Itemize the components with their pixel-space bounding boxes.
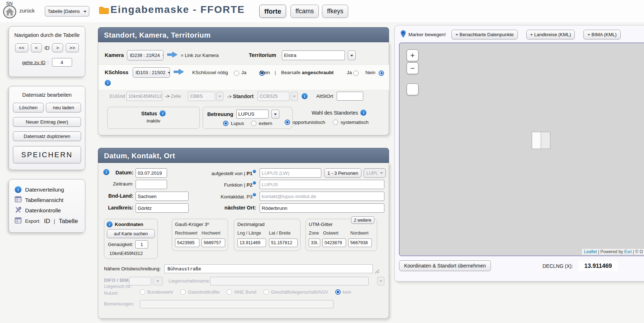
- info-sup-icon[interactable]: [253, 181, 256, 184]
- chevron-down-icon: [350, 55, 353, 58]
- map-canvas[interactable]: + − Leaflet | Powered by Esri | © O: [399, 43, 644, 256]
- zoom-out-button[interactable]: −: [407, 62, 418, 74]
- save-button[interactable]: SPEICHERN: [13, 146, 81, 163]
- nav-first-button[interactable]: <<: [15, 43, 28, 52]
- zone-header: Zone: [309, 231, 319, 236]
- hochwert-input[interactable]: [202, 238, 225, 247]
- leaflet-link[interactable]: Leaflet: [584, 249, 597, 254]
- betreuung-extern-radio[interactable]: [251, 121, 256, 126]
- ostwert-input[interactable]: [322, 238, 346, 247]
- export-id-link[interactable]: ID: [44, 218, 50, 225]
- section-standort: Standort, Kamera, Territorium Kamera ID2…: [98, 27, 389, 135]
- info-sup-icon[interactable]: [253, 193, 256, 196]
- bima-button[interactable]: + BIMA (KML): [583, 30, 620, 39]
- ort-input[interactable]: [260, 203, 384, 213]
- nordwert-input[interactable]: [348, 238, 372, 247]
- map-marker-placeholder[interactable]: [532, 132, 541, 149]
- p3-input[interactable]: [260, 192, 384, 201]
- personen-button[interactable]: 1 - 3 Personen: [324, 168, 361, 178]
- zoom-in-button[interactable]: +: [407, 49, 418, 61]
- nav-last-button[interactable]: >>: [66, 43, 79, 52]
- status-info-icon[interactable]: i: [160, 110, 166, 116]
- betreuung-input[interactable]: [236, 110, 269, 119]
- karte-suchen-button[interactable]: auf Karte suchen: [107, 229, 155, 238]
- apply-coordinates-button[interactable]: Koordinaten & Standort übernehmen: [399, 260, 491, 271]
- p1-input[interactable]: [260, 168, 321, 178]
- nav-next-button[interactable]: >: [52, 43, 63, 52]
- kschloss-select[interactable]: ID103 : 21S02: [133, 67, 170, 78]
- link-datenkontrolle[interactable]: Datenkontrolle: [15, 205, 85, 216]
- p3-label: Kontaktdat. P3: [184, 193, 256, 199]
- tab-ffcams[interactable]: ffcams: [290, 5, 319, 18]
- esri-link[interactable]: Esri: [624, 249, 632, 254]
- nav-prev-button[interactable]: <: [31, 43, 42, 52]
- link-arrow-icon: [167, 51, 178, 60]
- wahl-info-icon[interactable]: i: [360, 110, 366, 116]
- top-bar: SN zurück Tabelle [Datens Eingabemaske -…: [0, 0, 644, 22]
- p1-label: aufgestellt von | P1: [184, 170, 256, 176]
- betreuung-extern-label: extern: [259, 121, 273, 126]
- altstort-input[interactable]: [337, 92, 363, 101]
- ortsbeschreibung-textarea[interactable]: Bühnaustraße: [164, 264, 373, 273]
- section-datum: Datum, Kontakt, Ort i Datum: aufgestellt…: [98, 148, 389, 319]
- home-button[interactable]: [3, 5, 16, 20]
- altstort-label: AltStOrt: [316, 93, 333, 99]
- lat-input[interactable]: [269, 238, 298, 247]
- nutzer-bundeswehr-radio[interactable]: [140, 289, 145, 295]
- new-entry-button[interactable]: Neuer Eintrag (leer): [13, 117, 81, 127]
- goto-id-link[interactable]: gehe zu ID: [22, 60, 45, 65]
- lng-input[interactable]: [237, 238, 266, 247]
- section-standort-header: Standort, Kamera, Territorium: [98, 27, 389, 42]
- nutzer-gaststreitkraefte-radio[interactable]: [180, 289, 186, 295]
- gauss-krueger-title: Gauß-Krüger 3º: [175, 222, 228, 227]
- wahl-systematisch-radio[interactable]: [333, 120, 338, 125]
- wahl-opportunistisch-radio[interactable]: [285, 120, 290, 125]
- kamera-select[interactable]: ID239 : 21R24: [127, 50, 164, 61]
- resize-grip-icon[interactable]: [374, 269, 379, 273]
- zeitraum-input[interactable]: [136, 180, 167, 189]
- info-sup-icon[interactable]: [253, 170, 256, 173]
- map-extra-control-button[interactable]: [407, 83, 418, 95]
- goto-id-input[interactable]: [52, 58, 72, 67]
- landkreis-input[interactable]: [136, 203, 189, 213]
- map-marker-placeholder[interactable]: [541, 132, 550, 149]
- landkreise-button[interactable]: + Landkreise (KML): [526, 30, 575, 39]
- zone-input[interactable]: [309, 238, 320, 247]
- eugrid-info-icon[interactable]: i: [302, 93, 308, 99]
- nutzer-kein-radio[interactable]: [335, 289, 341, 295]
- betreuung-lupus-radio[interactable]: [223, 121, 228, 126]
- export-table-link[interactable]: Tabelle: [59, 218, 78, 225]
- nutzer-geschaeftsliegenschaft-radio[interactable]: [264, 289, 269, 295]
- p2-input[interactable]: [260, 180, 384, 189]
- datenpunkte-button[interactable]: + Benachbarte Datenpunkte: [451, 30, 517, 39]
- betreuung-select-button[interactable]: [271, 110, 279, 119]
- kschloss-info-icon[interactable]: i: [105, 80, 111, 86]
- duplicate-button[interactable]: Datensatz duplizieren: [13, 131, 81, 141]
- link-tabellenansicht[interactable]: Tabellenansicht: [15, 195, 85, 205]
- link-datenverteilung[interactable]: i Datenverteilung: [15, 184, 85, 195]
- reload-button[interactable]: neu laden: [46, 103, 81, 112]
- more-coords-button[interactable]: 2 weitere: [351, 216, 374, 224]
- genauigkeit-input[interactable]: [135, 240, 148, 249]
- bemerkungen-input: [140, 300, 333, 308]
- liegenschaftsname-input: [210, 277, 369, 285]
- territorium-input[interactable]: [282, 50, 345, 60]
- tab-ffkeys[interactable]: ffkeys: [322, 5, 348, 18]
- back-link[interactable]: zurück: [19, 8, 35, 14]
- chevron-down-icon: [84, 11, 86, 14]
- nutzer-nne-bund-radio[interactable]: [227, 289, 232, 295]
- territorium-select-button[interactable]: [348, 50, 356, 60]
- home-icon: [3, 14, 16, 20]
- status-value: inaktiv: [108, 118, 199, 124]
- koordinaten-info-icon[interactable]: i: [106, 221, 113, 227]
- bndland-input[interactable]: [136, 192, 189, 201]
- rechtswert-input[interactable]: [175, 238, 199, 247]
- wahl-opportunistisch-label: opportunistisch: [293, 120, 325, 125]
- dezimalgrad-box: Dezimalgrad Lng / Länge Lat / Breite: [234, 219, 300, 251]
- kamera-label: Kamera: [105, 52, 124, 58]
- delete-button[interactable]: Löschen: [13, 103, 44, 112]
- tab-fforte[interactable]: fforte: [259, 5, 286, 18]
- datum-input[interactable]: [136, 168, 167, 178]
- wahl-systematisch-label: systematisch: [341, 120, 369, 125]
- table-select[interactable]: Tabelle [Datens: [45, 6, 89, 16]
